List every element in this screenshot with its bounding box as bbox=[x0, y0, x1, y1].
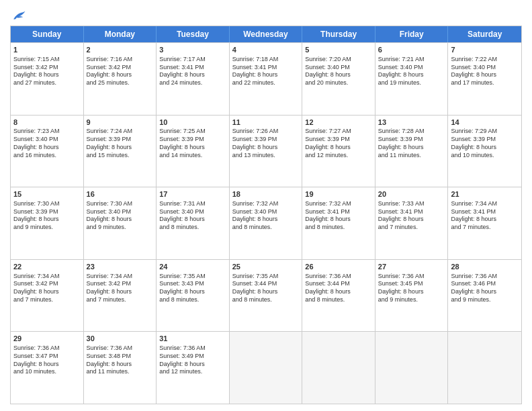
cell-info: Sunrise: 7:15 AMSunset: 3:42 PMDaylight:… bbox=[13, 56, 81, 87]
cell-info: Sunrise: 7:32 AMSunset: 3:40 PMDaylight:… bbox=[232, 200, 300, 232]
table-row bbox=[302, 332, 375, 404]
cell-info: Sunrise: 7:26 AMSunset: 3:39 PMDaylight:… bbox=[232, 128, 300, 159]
table-row: 3Sunrise: 7:17 AMSunset: 3:41 PMDaylight… bbox=[157, 43, 230, 115]
week-row-3: 15Sunrise: 7:30 AMSunset: 3:39 PMDayligh… bbox=[11, 187, 521, 259]
week-row-5: 29Sunrise: 7:36 AMSunset: 3:47 PMDayligh… bbox=[11, 331, 521, 404]
table-row: 4Sunrise: 7:18 AMSunset: 3:41 PMDaylight… bbox=[230, 43, 303, 115]
table-row: 9Sunrise: 7:24 AMSunset: 3:39 PMDaylight… bbox=[84, 116, 157, 187]
header-wednesday: Wednesday bbox=[230, 26, 303, 42]
table-row: 20Sunrise: 7:33 AMSunset: 3:41 PMDayligh… bbox=[375, 187, 449, 259]
day-number: 18 bbox=[232, 189, 300, 199]
day-number: 23 bbox=[87, 262, 154, 272]
day-number: 26 bbox=[305, 262, 372, 272]
cell-info: Sunrise: 7:36 AMSunset: 3:49 PMDaylight:… bbox=[159, 345, 226, 376]
table-row: 23Sunrise: 7:34 AMSunset: 3:42 PMDayligh… bbox=[84, 260, 157, 332]
cell-info: Sunrise: 7:32 AMSunset: 3:41 PMDaylight:… bbox=[305, 200, 372, 232]
cell-info: Sunrise: 7:35 AMSunset: 3:43 PMDaylight:… bbox=[159, 273, 226, 304]
cell-info: Sunrise: 7:36 AMSunset: 3:44 PMDaylight:… bbox=[305, 273, 372, 304]
day-number: 4 bbox=[232, 45, 300, 55]
day-number: 2 bbox=[87, 45, 154, 55]
table-row: 15Sunrise: 7:30 AMSunset: 3:39 PMDayligh… bbox=[11, 187, 84, 259]
table-row: 22Sunrise: 7:34 AMSunset: 3:42 PMDayligh… bbox=[11, 260, 84, 332]
table-row: 30Sunrise: 7:36 AMSunset: 3:48 PMDayligh… bbox=[84, 332, 157, 404]
day-number: 17 bbox=[159, 189, 226, 199]
cell-info: Sunrise: 7:18 AMSunset: 3:41 PMDaylight:… bbox=[232, 56, 300, 87]
header-friday: Friday bbox=[375, 26, 449, 42]
day-number: 12 bbox=[305, 118, 372, 128]
day-number: 21 bbox=[451, 189, 519, 199]
day-number: 27 bbox=[378, 262, 445, 272]
week-row-2: 8Sunrise: 7:23 AMSunset: 3:40 PMDaylight… bbox=[11, 115, 521, 187]
day-number: 3 bbox=[159, 45, 226, 55]
table-row: 8Sunrise: 7:23 AMSunset: 3:40 PMDaylight… bbox=[11, 116, 84, 187]
cell-info: Sunrise: 7:30 AMSunset: 3:40 PMDaylight:… bbox=[87, 200, 154, 232]
table-row: 26Sunrise: 7:36 AMSunset: 3:44 PMDayligh… bbox=[302, 260, 375, 332]
day-number: 29 bbox=[13, 334, 81, 344]
cell-info: Sunrise: 7:25 AMSunset: 3:39 PMDaylight:… bbox=[159, 128, 226, 159]
day-number: 5 bbox=[305, 45, 372, 55]
logo bbox=[10, 7, 26, 21]
day-number: 30 bbox=[87, 334, 154, 344]
week-row-4: 22Sunrise: 7:34 AMSunset: 3:42 PMDayligh… bbox=[11, 259, 521, 332]
cell-info: Sunrise: 7:36 AMSunset: 3:48 PMDaylight:… bbox=[87, 345, 154, 376]
cell-info: Sunrise: 7:24 AMSunset: 3:39 PMDaylight:… bbox=[87, 128, 154, 159]
table-row: 5Sunrise: 7:20 AMSunset: 3:40 PMDaylight… bbox=[302, 43, 375, 115]
day-number: 10 bbox=[159, 118, 226, 128]
cell-info: Sunrise: 7:28 AMSunset: 3:39 PMDaylight:… bbox=[378, 128, 445, 159]
day-number: 9 bbox=[87, 118, 154, 128]
table-row: 27Sunrise: 7:36 AMSunset: 3:45 PMDayligh… bbox=[375, 260, 449, 332]
table-row: 14Sunrise: 7:29 AMSunset: 3:39 PMDayligh… bbox=[448, 116, 521, 187]
cell-info: Sunrise: 7:36 AMSunset: 3:47 PMDaylight:… bbox=[13, 345, 81, 376]
day-number: 7 bbox=[451, 45, 519, 55]
cell-info: Sunrise: 7:36 AMSunset: 3:45 PMDaylight:… bbox=[378, 273, 445, 304]
cell-info: Sunrise: 7:33 AMSunset: 3:41 PMDaylight:… bbox=[378, 200, 445, 232]
table-row: 19Sunrise: 7:32 AMSunset: 3:41 PMDayligh… bbox=[302, 187, 375, 259]
cell-info: Sunrise: 7:27 AMSunset: 3:39 PMDaylight:… bbox=[305, 128, 372, 159]
day-number: 19 bbox=[305, 189, 372, 199]
day-number: 1 bbox=[13, 45, 81, 55]
table-row bbox=[375, 332, 449, 404]
table-row: 2Sunrise: 7:16 AMSunset: 3:42 PMDaylight… bbox=[84, 43, 157, 115]
table-row: 31Sunrise: 7:36 AMSunset: 3:49 PMDayligh… bbox=[157, 332, 230, 404]
day-number: 6 bbox=[378, 45, 445, 55]
day-number: 14 bbox=[451, 118, 519, 128]
header-monday: Monday bbox=[84, 26, 157, 42]
table-row: 13Sunrise: 7:28 AMSunset: 3:39 PMDayligh… bbox=[375, 116, 449, 187]
day-number: 16 bbox=[87, 189, 154, 199]
table-row: 1Sunrise: 7:15 AMSunset: 3:42 PMDaylight… bbox=[11, 43, 84, 115]
table-row bbox=[448, 332, 521, 404]
week-row-1: 1Sunrise: 7:15 AMSunset: 3:42 PMDaylight… bbox=[11, 42, 521, 115]
cell-info: Sunrise: 7:36 AMSunset: 3:46 PMDaylight:… bbox=[451, 273, 519, 304]
cell-info: Sunrise: 7:30 AMSunset: 3:39 PMDaylight:… bbox=[13, 200, 81, 232]
cell-info: Sunrise: 7:20 AMSunset: 3:40 PMDaylight:… bbox=[305, 56, 372, 87]
header-saturday: Saturday bbox=[448, 26, 521, 42]
day-number: 11 bbox=[232, 118, 300, 128]
table-row: 11Sunrise: 7:26 AMSunset: 3:39 PMDayligh… bbox=[230, 116, 303, 187]
page: SundayMondayTuesdayWednesdayThursdayFrid… bbox=[0, 0, 532, 411]
day-number: 31 bbox=[159, 334, 226, 344]
table-row: 29Sunrise: 7:36 AMSunset: 3:47 PMDayligh… bbox=[11, 332, 84, 404]
day-number: 15 bbox=[13, 189, 81, 199]
cell-info: Sunrise: 7:34 AMSunset: 3:41 PMDaylight:… bbox=[451, 200, 519, 232]
day-number: 28 bbox=[451, 262, 519, 272]
table-row: 7Sunrise: 7:22 AMSunset: 3:40 PMDaylight… bbox=[448, 43, 521, 115]
table-row bbox=[230, 332, 303, 404]
day-number: 25 bbox=[232, 262, 300, 272]
table-row: 6Sunrise: 7:21 AMSunset: 3:40 PMDaylight… bbox=[375, 43, 449, 115]
cell-info: Sunrise: 7:29 AMSunset: 3:39 PMDaylight:… bbox=[451, 128, 519, 159]
header-thursday: Thursday bbox=[302, 26, 375, 42]
day-number: 13 bbox=[378, 118, 445, 128]
cell-info: Sunrise: 7:22 AMSunset: 3:40 PMDaylight:… bbox=[451, 56, 519, 87]
cell-info: Sunrise: 7:35 AMSunset: 3:44 PMDaylight:… bbox=[232, 273, 300, 304]
calendar-body: 1Sunrise: 7:15 AMSunset: 3:42 PMDaylight… bbox=[11, 42, 521, 404]
cell-info: Sunrise: 7:34 AMSunset: 3:42 PMDaylight:… bbox=[87, 273, 154, 304]
logo-bird-icon bbox=[11, 9, 26, 21]
header bbox=[10, 7, 522, 21]
table-row: 12Sunrise: 7:27 AMSunset: 3:39 PMDayligh… bbox=[302, 116, 375, 187]
cell-info: Sunrise: 7:17 AMSunset: 3:41 PMDaylight:… bbox=[159, 56, 226, 87]
table-row: 25Sunrise: 7:35 AMSunset: 3:44 PMDayligh… bbox=[230, 260, 303, 332]
day-number: 22 bbox=[13, 262, 81, 272]
cell-info: Sunrise: 7:21 AMSunset: 3:40 PMDaylight:… bbox=[378, 56, 445, 87]
table-row: 16Sunrise: 7:30 AMSunset: 3:40 PMDayligh… bbox=[84, 187, 157, 259]
cell-info: Sunrise: 7:31 AMSunset: 3:40 PMDaylight:… bbox=[159, 200, 226, 232]
